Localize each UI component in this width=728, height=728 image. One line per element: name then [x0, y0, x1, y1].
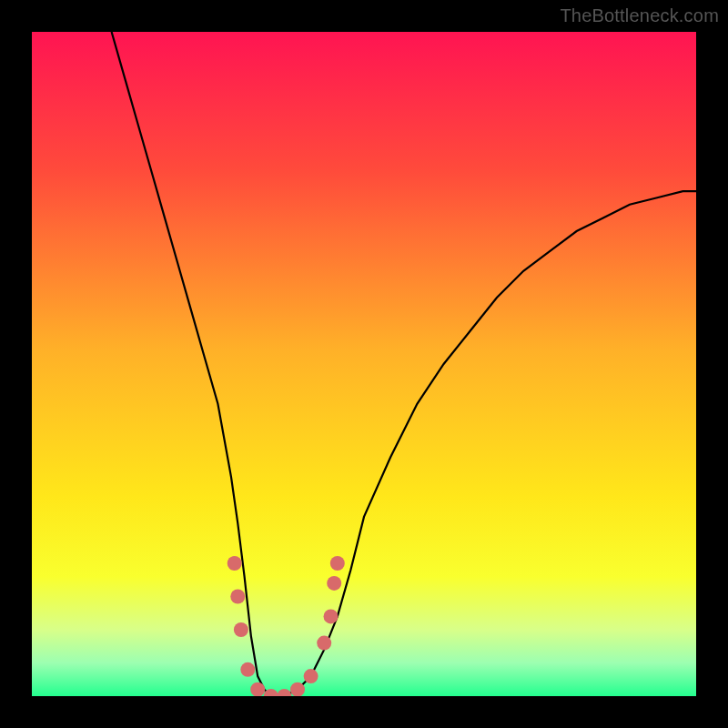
data-marker	[230, 590, 245, 604]
data-marker	[327, 576, 341, 591]
curve-layer	[32, 32, 696, 696]
data-marker	[240, 662, 255, 677]
data-marker	[290, 682, 305, 696]
chart-frame: TheBottleneck.com	[0, 0, 728, 728]
data-marker	[317, 636, 331, 651]
plot-area	[32, 32, 696, 696]
bottleneck-curve	[112, 32, 696, 696]
data-marker	[228, 556, 242, 571]
watermark-text: TheBottleneck.com	[560, 5, 719, 26]
data-marker	[277, 689, 291, 696]
data-marker	[304, 669, 318, 683]
data-marker	[324, 609, 339, 623]
data-marker	[330, 556, 345, 571]
data-marker	[234, 622, 248, 637]
data-marker	[250, 682, 265, 696]
